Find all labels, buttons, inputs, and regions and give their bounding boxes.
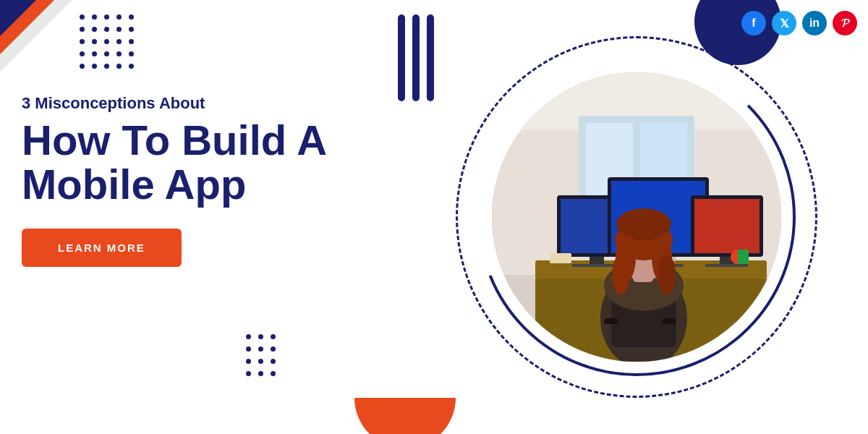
svg-rect-34 [550, 253, 571, 263]
heading-line1: How To Build A [22, 119, 347, 163]
right-image-section [405, 0, 868, 434]
svg-point-32 [612, 255, 629, 295]
triangle-navy [0, 0, 36, 36]
svg-point-33 [658, 255, 676, 295]
heading-line2: Mobile App [22, 163, 347, 207]
left-content-area: 3 Misconceptions About How To Build A Mo… [22, 94, 347, 267]
bar-1 [398, 14, 405, 101]
svg-rect-36 [738, 250, 749, 264]
facebook-icon[interactable]: f [741, 11, 766, 35]
dot-grid-top [80, 14, 134, 69]
twitter-icon[interactable]: 𝕏 [772, 11, 796, 35]
triangle-decoration-topleft [0, 0, 72, 72]
svg-rect-23 [604, 318, 618, 324]
social-icons-group: f 𝕏 in 𝓟 [741, 11, 857, 35]
learn-more-button[interactable]: LEARN MORE [22, 229, 182, 267]
pinterest-icon[interactable]: 𝓟 [833, 11, 857, 35]
svg-point-31 [616, 208, 671, 240]
svg-rect-24 [662, 318, 676, 324]
dot-grid-bottom [246, 334, 276, 376]
page-container: 3 Misconceptions About How To Build A Mo… [0, 0, 868, 434]
linkedin-icon[interactable]: in [802, 11, 827, 35]
photo-circle [492, 72, 781, 362]
subtitle-text: 3 Misconceptions About [22, 94, 347, 113]
svg-rect-17 [694, 199, 760, 253]
svg-rect-19 [705, 264, 749, 267]
